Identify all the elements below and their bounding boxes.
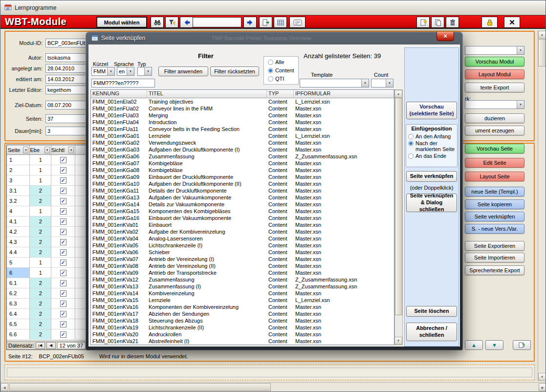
visible-checkbox[interactable]: ✓ bbox=[60, 260, 66, 266]
dokument-erzeugen-button[interactable]: ument erzeugen bbox=[465, 126, 524, 135]
filter-pattern-input[interactable]: FMM????en????? bbox=[91, 79, 155, 87]
typ-dropdown[interactable]: ▼ bbox=[137, 67, 152, 76]
dialog-titlebar[interactable]: Seite verknüpfen TMP Barcode Printer Tso… bbox=[86, 32, 463, 44]
pages-table-row[interactable]: 4.12✓ bbox=[7, 217, 90, 227]
exit-button[interactable]: ✕ bbox=[504, 17, 520, 28]
visible-checkbox[interactable]: ✓ bbox=[60, 177, 66, 184]
dialog-table-row[interactable]: FMM_001enKGa16Einbauort der Vakuumkompon… bbox=[91, 215, 394, 221]
layout-modul-button[interactable]: Layout Modul bbox=[465, 69, 524, 79]
seite-neue-version-button[interactable]: S. - neue Vers./Var. bbox=[465, 224, 524, 234]
delete-page-button[interactable] bbox=[446, 17, 459, 28]
next-record-button[interactable] bbox=[243, 17, 257, 28]
column-filter-arrow-icon[interactable]: ▼ bbox=[23, 147, 28, 153]
vorschau-selektierte-seite-button[interactable]: Vorschau (selektierte Seite) bbox=[406, 102, 457, 119]
count-dropdown[interactable]: ▼ bbox=[371, 79, 393, 87]
scroll-right-button[interactable]: ▶ bbox=[539, 383, 546, 391]
template-dropdown[interactable]: ▼ bbox=[300, 79, 369, 87]
kuerzel-dropdown[interactable]: FMM▼ bbox=[91, 67, 115, 76]
filter-reset-button[interactable]: Filter rücksetzten bbox=[210, 66, 259, 76]
dialog-table-row[interactable]: FMM_001enKGa02VerwendungszweckContentMas… bbox=[91, 139, 394, 146]
page-export-button[interactable] bbox=[259, 17, 272, 28]
dialog-table-row[interactable]: FMM_001enKVa05Lichtschrankenzeile (I)Con… bbox=[91, 242, 394, 249]
layout-seite-button[interactable]: Layout Seite bbox=[465, 172, 524, 181]
dialog-table-row[interactable]: FMM_001enKVa21Abstreifeinheit (I)Content… bbox=[91, 338, 394, 345]
column-header-ebene[interactable]: Ebe▼ bbox=[30, 145, 51, 155]
dialog-table-row[interactable]: FMM_001enKGa10Aufgaben der Druckluftkomp… bbox=[91, 180, 394, 187]
visible-checkbox[interactable]: ✓ bbox=[60, 301, 66, 307]
lock-button[interactable] bbox=[481, 17, 498, 28]
dialog-table-row[interactable]: FMM_001enEIa02Training objectivesContent… bbox=[91, 98, 394, 105]
seite-exportieren-button[interactable]: Seite Exportieren bbox=[465, 241, 524, 251]
edit-seite-button[interactable]: Edit Seite bbox=[465, 158, 524, 168]
dialog-table-row[interactable]: FMM_001enKVa12ZusammenfassungContentZ_Zu… bbox=[91, 276, 394, 283]
pages-table-row[interactable]: 3.12✓ bbox=[7, 186, 90, 196]
dialog-table-row[interactable]: FMM_001enKGa11Details der Druckluftkompo… bbox=[91, 187, 394, 194]
seite-verknuepfen-button[interactable]: Seite verknüpfen bbox=[406, 171, 457, 182]
dialog-table-row[interactable]: FMM_001enKGa07KombigebläseContentMaster.… bbox=[91, 160, 394, 167]
pages-table-row[interactable]: 6.32✓ bbox=[7, 299, 90, 309]
search-button[interactable] bbox=[151, 17, 164, 28]
dialog-table-row[interactable]: FMM_001enKGa14Details zur Vakuumkomponen… bbox=[91, 201, 394, 208]
visible-checkbox[interactable]: ✓ bbox=[60, 249, 66, 256]
filter-button[interactable] bbox=[165, 17, 178, 28]
copy-page-button[interactable] bbox=[431, 17, 444, 28]
vorschau-modul-button[interactable]: Vorschau Modul bbox=[465, 57, 524, 66]
visible-checkbox[interactable]: ✓ bbox=[60, 290, 66, 297]
visible-checkbox[interactable]: ✓ bbox=[60, 198, 66, 204]
pages-table-row[interactable]: 6.12✓ bbox=[7, 278, 90, 288]
dialog-scroll-up-button[interactable]: ▲ bbox=[394, 90, 402, 98]
dialog-table-row[interactable]: FMM_001enKGa08KombigebläseContentMaster.… bbox=[91, 167, 394, 174]
dialog-table-row[interactable]: FMM_001enKGa13Aufgaben der Vakuumkompone… bbox=[91, 194, 394, 201]
seite-verknuepfen-schliessen-button[interactable]: Seite verknüpfen & Dialog schließen bbox=[406, 194, 457, 212]
visible-checkbox[interactable]: ✓ bbox=[60, 208, 66, 215]
network-dropdown[interactable]: ▼ bbox=[465, 100, 524, 109]
scroll-up-button[interactable]: ▲ bbox=[538, 31, 546, 39]
dialog-table-row[interactable]: FMM_001enKVa01EinbauortContentMaster.xsn bbox=[91, 221, 394, 228]
dialog-table-row[interactable]: FMM_001enKVa20AndruckrollenContentMaster… bbox=[91, 331, 394, 338]
insert-position-radio-0[interactable]: An den Anfang bbox=[406, 133, 457, 140]
produzieren-button[interactable]: duzieren bbox=[465, 113, 524, 123]
seite-verknuepfen-panel-button[interactable]: Seite verknüpfen bbox=[465, 212, 524, 221]
new-page-button[interactable] bbox=[416, 17, 430, 28]
pages-table-row[interactable]: 51✓ bbox=[7, 258, 90, 268]
scroll-down-button[interactable]: ▼ bbox=[538, 373, 546, 381]
pages-table-row[interactable]: 31✓ bbox=[7, 175, 90, 186]
pages-table-row[interactable]: 6.42✓ bbox=[7, 309, 90, 319]
header-kennung[interactable]: KENNUNG bbox=[91, 90, 147, 98]
seite-importieren-button[interactable]: Seite Importieren bbox=[465, 253, 524, 262]
dialog-table-row[interactable]: FMM_001enKVa04Analog-LasersensorenConten… bbox=[91, 235, 394, 242]
dialog-table-row[interactable]: FMM_001enFUa04IntroductionContentMaster.… bbox=[91, 119, 394, 126]
prev-record-button[interactable]: ◀ bbox=[46, 342, 56, 349]
pages-table-row[interactable]: 6.22✓ bbox=[7, 288, 90, 299]
visible-checkbox[interactable]: ✓ bbox=[60, 188, 66, 194]
column-filter-arrow-icon[interactable]: ▼ bbox=[44, 147, 50, 153]
dialog-table-row[interactable]: FMM_001enFUa02Conveyor lines in the FMMC… bbox=[91, 105, 394, 112]
dialog-table-row[interactable]: FMM_001enKVa09Antrieb der Transportstrec… bbox=[91, 269, 394, 276]
header-titel[interactable]: TITEL bbox=[147, 90, 267, 98]
dialog-table-row[interactable]: FMM_001enKVa02Aufgabe der Kombivereinzel… bbox=[91, 228, 394, 235]
visible-checkbox[interactable]: ✓ bbox=[60, 311, 66, 317]
dialog-table-row[interactable]: FMM_001enKVa14KombivereinzelungContentMa… bbox=[91, 290, 394, 297]
visible-checkbox[interactable]: ✓ bbox=[60, 167, 66, 174]
dialog-table-row[interactable]: FMM_001enFUa11Conveyor belts in the Feed… bbox=[91, 126, 394, 132]
modul-waehlen-button[interactable]: Modul wählen bbox=[96, 17, 147, 28]
pages-table-row[interactable]: 41✓ bbox=[7, 206, 90, 217]
module-extra-dropdown[interactable]: ▼ bbox=[465, 46, 524, 55]
filter-apply-button[interactable]: Filter anwenden bbox=[158, 66, 208, 76]
pages-table-row[interactable]: 6.52✓ bbox=[7, 319, 90, 329]
dialog-table-row[interactable]: FMM_001enKVa06SchieberContentMaster.xsn bbox=[91, 249, 394, 256]
pages-table-row[interactable]: 4.32✓ bbox=[7, 237, 90, 247]
dialog-table-row[interactable]: FMM_001enKGa03Aufgaben der Druckluftkomp… bbox=[91, 146, 394, 153]
dialog-table-row[interactable]: FMM_001enKVa18Steuerung des AbzugsConten… bbox=[91, 317, 394, 324]
texte-export-button[interactable]: texte Export bbox=[465, 83, 524, 92]
dialog-scroll-thumb[interactable] bbox=[395, 98, 402, 315]
visible-checkbox[interactable]: ✓ bbox=[60, 331, 66, 338]
neue-seite-button[interactable]: neue Seite (Templ.) bbox=[465, 187, 524, 196]
insert-position-radio-1[interactable]: Nach der markierten Seite bbox=[406, 140, 457, 152]
previous-record-button[interactable] bbox=[180, 17, 193, 28]
dialog-table-row[interactable]: FMM_001enKVa07Antrieb der Vereinzelung (… bbox=[91, 256, 394, 262]
visible-checkbox[interactable]: ✓ bbox=[60, 218, 66, 225]
seite-loeschen-button[interactable]: Seite löschen bbox=[406, 306, 457, 317]
record-search-field[interactable] bbox=[193, 17, 241, 27]
dialog-table-row[interactable]: FMM_001enKVa08Antrieb der Vereinzelung (… bbox=[91, 262, 394, 269]
